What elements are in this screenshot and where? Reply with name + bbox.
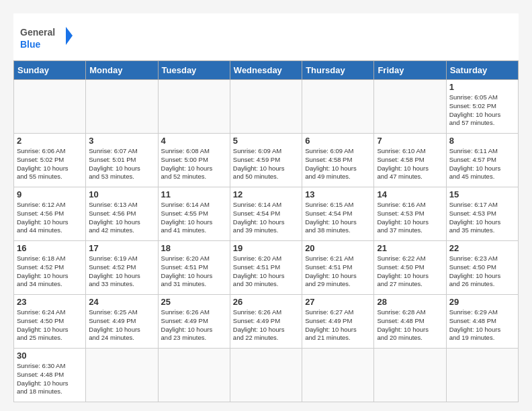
day-info: Sunrise: 6:14 AM Sunset: 4:55 PM Dayligh… — [161, 201, 227, 235]
day-info: Sunrise: 6:09 AM Sunset: 4:59 PM Dayligh… — [233, 147, 299, 181]
day-cell: 12Sunrise: 6:14 AM Sunset: 4:54 PM Dayli… — [230, 187, 302, 241]
day-cell — [302, 80, 374, 134]
day-number: 22 — [449, 243, 515, 253]
day-info: Sunrise: 6:26 AM Sunset: 4:49 PM Dayligh… — [233, 308, 299, 342]
day-info: Sunrise: 6:23 AM Sunset: 4:50 PM Dayligh… — [449, 255, 515, 289]
day-number: 16 — [17, 243, 83, 253]
day-cell: 9Sunrise: 6:12 AM Sunset: 4:56 PM Daylig… — [14, 187, 86, 241]
week-row-2: 2Sunrise: 6:06 AM Sunset: 5:02 PM Daylig… — [14, 134, 519, 187]
day-info: Sunrise: 6:20 AM Sunset: 4:51 PM Dayligh… — [161, 255, 227, 289]
day-cell: 5Sunrise: 6:09 AM Sunset: 4:59 PM Daylig… — [230, 134, 302, 187]
day-info: Sunrise: 6:15 AM Sunset: 4:54 PM Dayligh… — [305, 201, 371, 235]
day-cell: 18Sunrise: 6:20 AM Sunset: 4:51 PM Dayli… — [158, 241, 230, 295]
week-row-5: 23Sunrise: 6:24 AM Sunset: 4:50 PM Dayli… — [14, 295, 519, 349]
day-info: Sunrise: 6:10 AM Sunset: 4:58 PM Dayligh… — [377, 147, 443, 181]
week-row-1: 1Sunrise: 6:05 AM Sunset: 5:02 PM Daylig… — [14, 80, 519, 134]
day-cell — [158, 349, 230, 402]
day-cell — [374, 80, 446, 134]
day-info: Sunrise: 6:26 AM Sunset: 4:49 PM Dayligh… — [161, 308, 227, 342]
day-cell: 21Sunrise: 6:22 AM Sunset: 4:50 PM Dayli… — [374, 241, 446, 295]
day-number: 7 — [377, 136, 443, 146]
day-cell: 30Sunrise: 6:30 AM Sunset: 4:48 PM Dayli… — [14, 349, 86, 402]
day-cell — [14, 80, 86, 134]
day-number: 28 — [377, 297, 443, 307]
weekday-wednesday: Wednesday — [230, 61, 302, 80]
day-info: Sunrise: 6:25 AM Sunset: 4:49 PM Dayligh… — [89, 308, 154, 342]
day-info: Sunrise: 6:12 AM Sunset: 4:56 PM Dayligh… — [17, 201, 83, 235]
day-number: 12 — [233, 189, 299, 199]
day-cell — [230, 80, 302, 134]
weekday-header-row: SundayMondayTuesdayWednesdayThursdayFrid… — [14, 61, 519, 80]
day-number: 14 — [377, 189, 443, 199]
day-cell — [86, 349, 158, 402]
day-info: Sunrise: 6:20 AM Sunset: 4:51 PM Dayligh… — [233, 255, 299, 289]
day-info: Sunrise: 6:05 AM Sunset: 5:02 PM Dayligh… — [449, 93, 515, 128]
day-number: 15 — [449, 189, 515, 199]
day-cell: 2Sunrise: 6:06 AM Sunset: 5:02 PM Daylig… — [14, 134, 86, 187]
day-number: 4 — [161, 136, 227, 146]
day-info: Sunrise: 6:06 AM Sunset: 5:02 PM Dayligh… — [17, 147, 83, 181]
day-cell: 14Sunrise: 6:16 AM Sunset: 4:53 PM Dayli… — [374, 187, 446, 241]
day-info: Sunrise: 6:24 AM Sunset: 4:50 PM Dayligh… — [17, 308, 83, 342]
day-cell: 26Sunrise: 6:26 AM Sunset: 4:49 PM Dayli… — [230, 295, 302, 349]
day-number: 21 — [377, 243, 443, 253]
day-number: 9 — [17, 189, 83, 199]
day-cell — [230, 349, 302, 402]
day-info: Sunrise: 6:27 AM Sunset: 4:49 PM Dayligh… — [305, 308, 371, 342]
day-info: Sunrise: 6:19 AM Sunset: 4:52 PM Dayligh… — [89, 255, 154, 289]
day-cell: 23Sunrise: 6:24 AM Sunset: 4:50 PM Dayli… — [14, 295, 86, 349]
day-cell: 17Sunrise: 6:19 AM Sunset: 4:52 PM Dayli… — [86, 241, 158, 295]
day-cell: 20Sunrise: 6:21 AM Sunset: 4:51 PM Dayli… — [302, 241, 374, 295]
day-number: 5 — [233, 136, 299, 146]
day-cell: 16Sunrise: 6:18 AM Sunset: 4:52 PM Dayli… — [14, 241, 86, 295]
svg-text:Blue: Blue — [20, 39, 41, 50]
day-number: 10 — [89, 189, 154, 199]
day-cell: 7Sunrise: 6:10 AM Sunset: 4:58 PM Daylig… — [374, 134, 446, 187]
day-number: 2 — [17, 136, 83, 146]
day-cell: 13Sunrise: 6:15 AM Sunset: 4:54 PM Dayli… — [302, 187, 374, 241]
day-number: 19 — [233, 243, 299, 253]
day-cell — [86, 80, 158, 134]
day-cell — [302, 349, 374, 402]
day-info: Sunrise: 6:17 AM Sunset: 4:53 PM Dayligh… — [449, 201, 515, 235]
day-number: 26 — [233, 297, 299, 307]
weekday-sunday: Sunday — [14, 61, 86, 80]
day-cell — [374, 349, 446, 402]
day-info: Sunrise: 6:08 AM Sunset: 5:00 PM Dayligh… — [161, 147, 227, 181]
day-info: Sunrise: 6:13 AM Sunset: 4:56 PM Dayligh… — [89, 201, 154, 235]
day-cell: 1Sunrise: 6:05 AM Sunset: 5:02 PM Daylig… — [446, 80, 518, 134]
day-cell: 4Sunrise: 6:08 AM Sunset: 5:00 PM Daylig… — [158, 134, 230, 187]
day-number: 8 — [449, 136, 515, 146]
weekday-saturday: Saturday — [446, 61, 518, 80]
day-info: Sunrise: 6:28 AM Sunset: 4:48 PM Dayligh… — [377, 308, 443, 342]
logo: General Blue — [20, 24, 74, 54]
svg-text:General: General — [20, 27, 55, 38]
day-info: Sunrise: 6:09 AM Sunset: 4:58 PM Dayligh… — [305, 147, 371, 181]
day-info: Sunrise: 6:16 AM Sunset: 4:53 PM Dayligh… — [377, 201, 443, 235]
day-info: Sunrise: 6:18 AM Sunset: 4:52 PM Dayligh… — [17, 255, 83, 289]
weekday-monday: Monday — [86, 61, 158, 80]
page: General Blue SundayMondayTuesdayWednesda… — [13, 13, 519, 402]
day-number: 27 — [305, 297, 371, 307]
day-cell: 24Sunrise: 6:25 AM Sunset: 4:49 PM Dayli… — [86, 295, 158, 349]
svg-marker-2 — [66, 27, 73, 45]
weekday-friday: Friday — [374, 61, 446, 80]
day-cell: 15Sunrise: 6:17 AM Sunset: 4:53 PM Dayli… — [446, 187, 518, 241]
day-info: Sunrise: 6:07 AM Sunset: 5:01 PM Dayligh… — [89, 147, 154, 181]
day-number: 6 — [305, 136, 371, 146]
logo-icon: General Blue — [20, 24, 74, 54]
day-cell: 11Sunrise: 6:14 AM Sunset: 4:55 PM Dayli… — [158, 187, 230, 241]
week-row-3: 9Sunrise: 6:12 AM Sunset: 4:56 PM Daylig… — [14, 187, 519, 241]
day-cell: 25Sunrise: 6:26 AM Sunset: 4:49 PM Dayli… — [158, 295, 230, 349]
day-number: 3 — [89, 136, 154, 146]
day-number: 18 — [161, 243, 227, 253]
day-info: Sunrise: 6:21 AM Sunset: 4:51 PM Dayligh… — [305, 255, 371, 289]
day-cell: 3Sunrise: 6:07 AM Sunset: 5:01 PM Daylig… — [86, 134, 158, 187]
day-cell: 28Sunrise: 6:28 AM Sunset: 4:48 PM Dayli… — [374, 295, 446, 349]
day-cell: 6Sunrise: 6:09 AM Sunset: 4:58 PM Daylig… — [302, 134, 374, 187]
day-cell — [446, 349, 518, 402]
day-cell: 29Sunrise: 6:29 AM Sunset: 4:48 PM Dayli… — [446, 295, 518, 349]
day-cell: 8Sunrise: 6:11 AM Sunset: 4:57 PM Daylig… — [446, 134, 518, 187]
day-cell: 19Sunrise: 6:20 AM Sunset: 4:51 PM Dayli… — [230, 241, 302, 295]
day-info: Sunrise: 6:11 AM Sunset: 4:57 PM Dayligh… — [449, 147, 515, 181]
